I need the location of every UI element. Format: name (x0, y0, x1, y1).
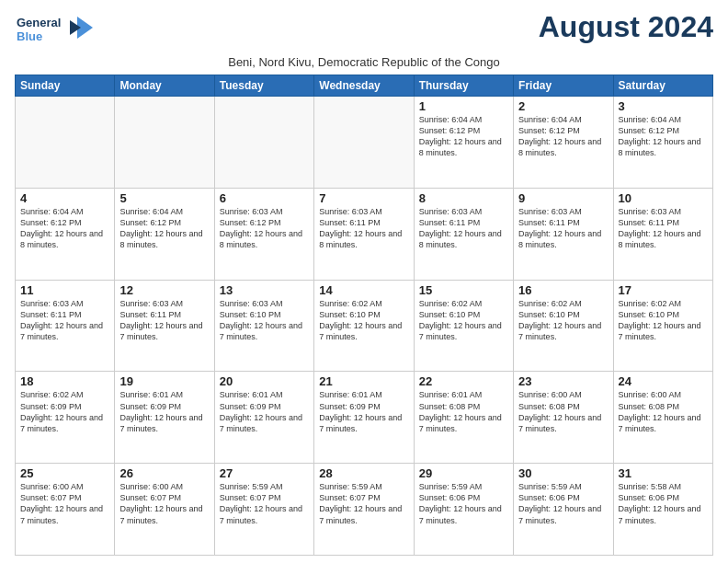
day-info: Sunrise: 6:00 AM Sunset: 6:07 PM Dayligh… (20, 481, 109, 526)
day-info: Sunrise: 6:02 AM Sunset: 6:10 PM Dayligh… (619, 298, 708, 343)
calendar-day: 8Sunrise: 6:03 AM Sunset: 6:11 PM Daylig… (414, 188, 513, 280)
day-number: 29 (419, 466, 508, 480)
day-number: 1 (419, 99, 508, 113)
day-info: Sunrise: 6:03 AM Sunset: 6:12 PM Dayligh… (220, 206, 309, 251)
col-friday: Friday (514, 75, 613, 97)
calendar-day: 1Sunrise: 6:04 AM Sunset: 6:12 PM Daylig… (414, 97, 513, 189)
title-section: August 2024 (97, 11, 713, 43)
calendar-day: 11Sunrise: 6:03 AM Sunset: 6:11 PM Dayli… (16, 280, 115, 372)
day-number: 17 (619, 283, 708, 297)
day-number: 19 (119, 374, 209, 388)
day-info: Sunrise: 6:00 AM Sunset: 6:08 PM Dayligh… (518, 389, 608, 434)
day-number: 24 (619, 374, 708, 388)
day-number: 7 (319, 191, 408, 205)
logo: General Blue (15, 11, 97, 52)
col-wednesday: Wednesday (314, 75, 414, 97)
calendar-day: 22Sunrise: 6:01 AM Sunset: 6:08 PM Dayli… (414, 372, 513, 464)
day-number: 11 (20, 283, 109, 297)
calendar-day: 7Sunrise: 6:03 AM Sunset: 6:11 PM Daylig… (314, 188, 414, 280)
day-number: 28 (319, 466, 408, 480)
day-info: Sunrise: 6:01 AM Sunset: 6:09 PM Dayligh… (119, 389, 209, 434)
calendar-day: 10Sunrise: 6:03 AM Sunset: 6:11 PM Dayli… (613, 188, 712, 280)
day-number: 21 (319, 374, 408, 388)
svg-text:Blue: Blue (17, 29, 42, 43)
day-number: 23 (518, 374, 608, 388)
day-info: Sunrise: 5:59 AM Sunset: 6:06 PM Dayligh… (419, 481, 508, 526)
day-info: Sunrise: 6:02 AM Sunset: 6:10 PM Dayligh… (518, 298, 608, 343)
calendar-day (314, 97, 414, 189)
day-info: Sunrise: 6:02 AM Sunset: 6:10 PM Dayligh… (319, 298, 408, 343)
day-info: Sunrise: 5:59 AM Sunset: 6:07 PM Dayligh… (220, 481, 309, 526)
logo-svg: General Blue (15, 11, 97, 48)
calendar-day: 12Sunrise: 6:03 AM Sunset: 6:11 PM Dayli… (115, 280, 214, 372)
calendar-day: 27Sunrise: 5:59 AM Sunset: 6:07 PM Dayli… (214, 464, 313, 556)
day-info: Sunrise: 5:59 AM Sunset: 6:06 PM Dayligh… (518, 481, 608, 526)
day-number: 30 (518, 466, 608, 480)
day-number: 14 (319, 283, 408, 297)
day-number: 22 (419, 374, 508, 388)
day-number: 16 (518, 283, 608, 297)
day-number: 20 (220, 374, 309, 388)
calendar-day: 15Sunrise: 6:02 AM Sunset: 6:10 PM Dayli… (414, 280, 513, 372)
col-sunday: Sunday (16, 75, 115, 97)
col-thursday: Thursday (414, 75, 513, 97)
day-info: Sunrise: 6:03 AM Sunset: 6:11 PM Dayligh… (319, 206, 408, 251)
day-info: Sunrise: 6:03 AM Sunset: 6:11 PM Dayligh… (119, 298, 209, 343)
svg-text:General: General (17, 16, 61, 29)
calendar-day: 26Sunrise: 6:00 AM Sunset: 6:07 PM Dayli… (115, 464, 214, 556)
calendar-day: 14Sunrise: 6:02 AM Sunset: 6:10 PM Dayli… (314, 280, 414, 372)
col-tuesday: Tuesday (214, 75, 313, 97)
day-number: 12 (119, 283, 209, 297)
page: General Blue August 2024 Beni, Nord Kivu… (0, 0, 728, 563)
col-saturday: Saturday (613, 75, 712, 97)
day-number: 25 (20, 466, 109, 480)
day-number: 2 (518, 99, 608, 113)
calendar-week-2: 4Sunrise: 6:04 AM Sunset: 6:12 PM Daylig… (16, 188, 713, 280)
day-number: 26 (119, 466, 209, 480)
calendar-day: 18Sunrise: 6:02 AM Sunset: 6:09 PM Dayli… (16, 372, 115, 464)
calendar-day: 21Sunrise: 6:01 AM Sunset: 6:09 PM Dayli… (314, 372, 414, 464)
calendar-day: 9Sunrise: 6:03 AM Sunset: 6:11 PM Daylig… (514, 188, 613, 280)
calendar-week-3: 11Sunrise: 6:03 AM Sunset: 6:11 PM Dayli… (16, 280, 713, 372)
calendar-day: 25Sunrise: 6:00 AM Sunset: 6:07 PM Dayli… (16, 464, 115, 556)
day-info: Sunrise: 6:00 AM Sunset: 6:07 PM Dayligh… (119, 481, 209, 526)
day-info: Sunrise: 6:04 AM Sunset: 6:12 PM Dayligh… (619, 114, 708, 159)
calendar-day: 19Sunrise: 6:01 AM Sunset: 6:09 PM Dayli… (115, 372, 214, 464)
day-info: Sunrise: 6:02 AM Sunset: 6:09 PM Dayligh… (20, 389, 109, 434)
day-number: 31 (619, 466, 708, 480)
day-number: 3 (619, 99, 708, 113)
day-number: 9 (518, 191, 608, 205)
day-info: Sunrise: 6:03 AM Sunset: 6:11 PM Dayligh… (619, 206, 708, 251)
calendar-day: 6Sunrise: 6:03 AM Sunset: 6:12 PM Daylig… (214, 188, 313, 280)
calendar-day: 30Sunrise: 5:59 AM Sunset: 6:06 PM Dayli… (514, 464, 613, 556)
day-number: 4 (20, 191, 109, 205)
header-row: Sunday Monday Tuesday Wednesday Thursday… (16, 75, 713, 97)
day-number: 15 (419, 283, 508, 297)
day-number: 10 (619, 191, 708, 205)
day-info: Sunrise: 6:02 AM Sunset: 6:10 PM Dayligh… (419, 298, 508, 343)
day-info: Sunrise: 6:03 AM Sunset: 6:11 PM Dayligh… (419, 206, 508, 251)
day-info: Sunrise: 6:04 AM Sunset: 6:12 PM Dayligh… (419, 114, 508, 159)
calendar-day: 24Sunrise: 6:00 AM Sunset: 6:08 PM Dayli… (613, 372, 712, 464)
calendar-day (115, 97, 214, 189)
day-number: 13 (220, 283, 309, 297)
calendar-week-5: 25Sunrise: 6:00 AM Sunset: 6:07 PM Dayli… (16, 464, 713, 556)
calendar-day: 31Sunrise: 5:58 AM Sunset: 6:06 PM Dayli… (613, 464, 712, 556)
calendar-day: 13Sunrise: 6:03 AM Sunset: 6:10 PM Dayli… (214, 280, 313, 372)
day-info: Sunrise: 6:03 AM Sunset: 6:11 PM Dayligh… (20, 298, 109, 343)
day-info: Sunrise: 6:04 AM Sunset: 6:12 PM Dayligh… (119, 206, 209, 251)
day-info: Sunrise: 6:00 AM Sunset: 6:08 PM Dayligh… (619, 389, 708, 434)
day-number: 8 (419, 191, 508, 205)
calendar-day: 29Sunrise: 5:59 AM Sunset: 6:06 PM Dayli… (414, 464, 513, 556)
day-number: 27 (220, 466, 309, 480)
day-info: Sunrise: 6:01 AM Sunset: 6:09 PM Dayligh… (319, 389, 408, 434)
day-info: Sunrise: 5:59 AM Sunset: 6:07 PM Dayligh… (319, 481, 408, 526)
calendar-day: 23Sunrise: 6:00 AM Sunset: 6:08 PM Dayli… (514, 372, 613, 464)
day-info: Sunrise: 6:04 AM Sunset: 6:12 PM Dayligh… (20, 206, 109, 251)
day-info: Sunrise: 6:03 AM Sunset: 6:11 PM Dayligh… (518, 206, 608, 251)
day-info: Sunrise: 6:04 AM Sunset: 6:12 PM Dayligh… (518, 114, 608, 159)
calendar-day: 3Sunrise: 6:04 AM Sunset: 6:12 PM Daylig… (613, 97, 712, 189)
header: General Blue August 2024 (15, 11, 713, 52)
day-info: Sunrise: 5:58 AM Sunset: 6:06 PM Dayligh… (619, 481, 708, 526)
month-year-title: August 2024 (97, 11, 713, 43)
